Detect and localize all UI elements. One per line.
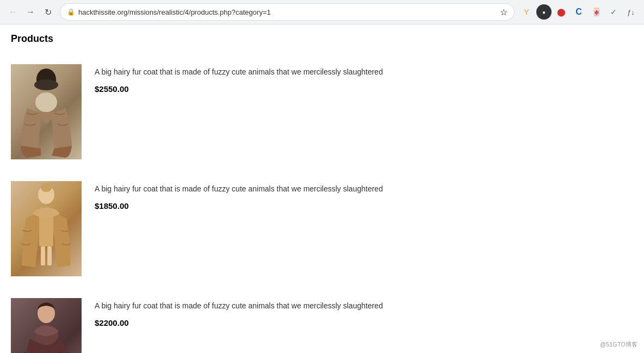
product-image-3 <box>11 298 82 353</box>
extension-blue-button[interactable]: C <box>571 4 586 20</box>
product-price-3: $2200.00 <box>95 318 633 327</box>
page-content: Products <box>0 24 644 353</box>
watermark: @51GTO博客 <box>600 340 637 349</box>
product-price-1: $2550.00 <box>95 84 633 94</box>
product-figure-2 <box>11 181 82 276</box>
product-figure-3 <box>11 298 82 353</box>
product-item-3: A big hairy fur coat that is made of fuz… <box>11 287 633 353</box>
svg-point-2 <box>35 92 57 112</box>
svg-rect-6 <box>41 246 45 265</box>
extension-red-button[interactable]: ⬤ <box>554 4 569 20</box>
browser-actions: Y ● ⬤ C 🀄 ✓ ƒ↓ <box>519 4 639 20</box>
product-image-1 <box>11 64 82 159</box>
address-bar[interactable] <box>78 8 497 16</box>
extension-last-button[interactable]: ƒ↓ <box>623 4 639 20</box>
products-list: A big hairy fur coat that is made of fuz… <box>11 53 633 353</box>
svg-rect-7 <box>47 246 52 265</box>
forward-button[interactable]: → <box>23 4 38 20</box>
back-button[interactable]: ← <box>5 4 21 20</box>
svg-point-1 <box>34 79 58 90</box>
product-item-2: A big hairy fur coat that is made of fuz… <box>11 170 633 287</box>
product-info-2: A big hairy fur coat that is made of fuz… <box>95 181 633 210</box>
extension-dark-button[interactable]: ● <box>536 4 552 20</box>
nav-buttons: ← → ↻ <box>5 4 55 20</box>
product-info-1: A big hairy fur coat that is made of fuz… <box>95 64 633 94</box>
refresh-button[interactable]: ↻ <box>40 4 55 20</box>
lock-icon: 🔒 <box>67 8 75 16</box>
svg-point-4 <box>41 183 52 192</box>
browser-chrome: ← → ↻ 🔒 ☆ Y ● ⬤ C 🀄 ✓ ƒ↓ <box>0 0 644 24</box>
product-image-2 <box>11 181 82 276</box>
browser-toolbar: ← → ↻ 🔒 ☆ Y ● ⬤ C 🀄 ✓ ƒ↓ <box>0 0 644 24</box>
extension-pink-button[interactable]: 🀄 <box>589 4 604 20</box>
address-bar-container: 🔒 ☆ <box>60 3 515 21</box>
product-price-2: $1850.00 <box>95 201 633 210</box>
product-description-1: A big hairy fur coat that is made of fuz… <box>95 66 633 78</box>
star-icon[interactable]: ☆ <box>500 7 507 17</box>
product-info-3: A big hairy fur coat that is made of fuz… <box>95 298 633 327</box>
product-item: A big hairy fur coat that is made of fuz… <box>11 53 633 170</box>
svg-rect-5 <box>39 214 53 246</box>
product-description-2: A big hairy fur coat that is made of fuz… <box>95 183 633 195</box>
product-figure-1 <box>11 64 82 159</box>
extension-green-button[interactable]: ✓ <box>606 4 621 20</box>
product-description-3: A big hairy fur coat that is made of fuz… <box>95 300 633 312</box>
page-title: Products <box>11 33 633 45</box>
extension-yellow-button[interactable]: Y <box>519 4 534 20</box>
